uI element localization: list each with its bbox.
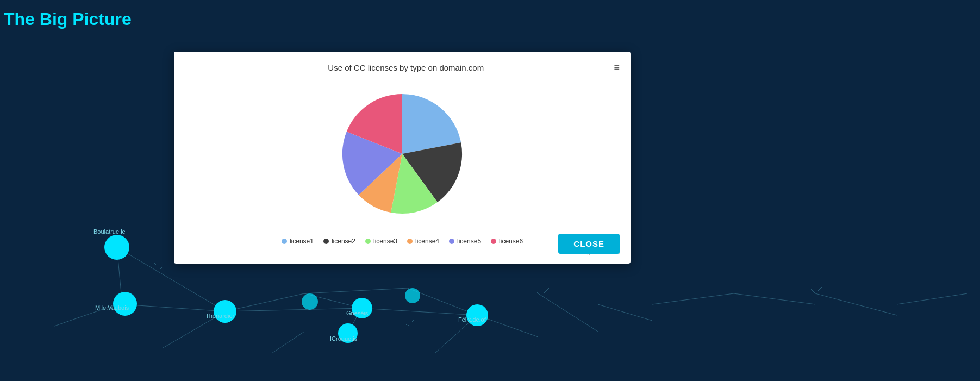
app-title: The Big Picture: [4, 9, 132, 29]
svg-line-6: [304, 288, 408, 293]
svg-line-7: [361, 308, 477, 315]
network-node[interactable]: [302, 293, 318, 310]
node-label-felix: Félix.de.of: [458, 316, 486, 323]
svg-line-14: [734, 293, 815, 304]
network-node[interactable]: [104, 235, 129, 260]
svg-line-29: [401, 320, 408, 326]
node-label-then: Thénardier: [205, 313, 234, 319]
svg-line-13: [652, 293, 734, 304]
network-node[interactable]: [113, 292, 137, 316]
network-node[interactable]: [214, 300, 236, 323]
node-label-boulatrue: Boulatrue.le: [93, 228, 126, 235]
svg-line-31: [532, 287, 538, 293]
node-label-mlle: Mlle.Vaubois: [95, 304, 129, 311]
svg-line-32: [544, 287, 550, 293]
svg-line-30: [408, 320, 414, 326]
svg-line-16: [897, 293, 967, 304]
svg-line-34: [815, 287, 822, 293]
svg-line-27: [154, 263, 160, 269]
svg-line-15: [815, 293, 897, 315]
network-node[interactable]: [405, 288, 420, 303]
node-label-icroq: ICroquetis: [330, 335, 357, 342]
svg-line-12: [598, 304, 652, 321]
svg-line-3: [226, 293, 304, 311]
svg-line-28: [160, 263, 167, 269]
svg-line-11: [538, 293, 598, 332]
svg-line-33: [809, 287, 815, 293]
svg-line-4: [226, 308, 361, 311]
svg-line-2: [122, 304, 226, 311]
network-node[interactable]: [466, 304, 488, 326]
svg-line-19: [272, 332, 304, 353]
node-label-gnes: Gneséis: [346, 310, 368, 316]
